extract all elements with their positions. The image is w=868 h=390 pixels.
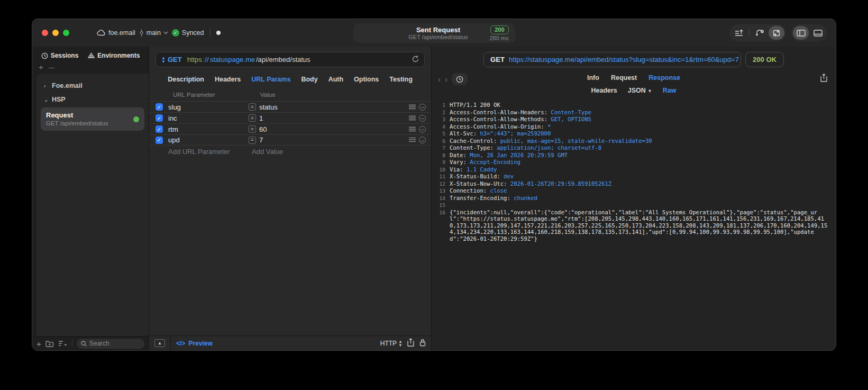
method-stepper-icon[interactable]: ▲▼ [161, 56, 165, 64]
param-value-field[interactable]: status [259, 103, 409, 111]
tree-item-label: Foe.email [52, 82, 83, 89]
title-bar: foe.email main ✓ Synced Sent Request GET… [32, 19, 836, 47]
response-url: https://statuspage.me/api/embed/status?s… [509, 56, 739, 64]
tab-body[interactable]: Body [301, 76, 317, 83]
column-header-value: Value [260, 92, 276, 98]
add-parameter-value-field[interactable]: Add Value [252, 148, 283, 156]
add-parameter-name-field[interactable]: Add URL Parameter [168, 148, 252, 156]
collapse-panel-button[interactable]: ▲ [154, 339, 165, 347]
new-folder-icon[interactable] [45, 340, 54, 347]
url-separator: :// [203, 56, 209, 64]
sidebar-tab-sessions[interactable]: Sessions [41, 52, 79, 59]
response-header-line: Content-Type: application/json; charset=… [450, 144, 830, 152]
history-forward-button[interactable]: › [445, 75, 447, 84]
code-line: 14Transfer-Encoding: chunked [435, 195, 830, 202]
remove-row-icon[interactable]: – [419, 115, 426, 122]
preview-button[interactable]: </> Preview [176, 340, 213, 347]
status-code-badge: 200 [490, 25, 508, 34]
remove-session-button[interactable]: — [49, 62, 54, 71]
param-value-field[interactable]: 7 [259, 136, 409, 144]
row-drag-handle-icon[interactable] [409, 103, 416, 111]
tab-options[interactable]: Options [354, 76, 379, 83]
zoom-window-button[interactable] [63, 30, 69, 36]
tree-item-hsp[interactable]: ⌄ HSP [40, 93, 145, 106]
request-url-bar[interactable]: ▲▼ GET https://statuspage.me/api/embed/s… [156, 52, 425, 67]
code-line: 15 [435, 202, 830, 209]
line-number: 11 [435, 173, 445, 180]
add-parameter-row: Add URL Parameter Add Value [149, 146, 431, 157]
param-checkbox[interactable]: ✓ [156, 125, 163, 133]
header-name: Cache-Control [450, 138, 494, 144]
remove-row-icon[interactable]: – [419, 137, 426, 143]
line-number: 16 [435, 209, 445, 242]
param-name-field[interactable]: upd [168, 136, 249, 144]
add-request-button[interactable]: + [36, 339, 41, 348]
response-tab-request[interactable]: Request [611, 74, 637, 81]
row-drag-handle-icon[interactable] [409, 136, 416, 144]
param-checkbox[interactable]: ✓ [156, 114, 163, 122]
project-switcher[interactable]: foe.email [97, 29, 135, 37]
tab-headers[interactable]: Headers [215, 76, 241, 83]
resend-refresh-icon[interactable] [412, 55, 419, 64]
export-response-icon[interactable] [820, 74, 827, 84]
response-url-pill[interactable]: GET https://statuspage.me/api/embed/stat… [483, 52, 741, 67]
remove-row-icon[interactable]: – [419, 104, 426, 111]
line-number: 13 [435, 187, 445, 195]
subtab-label: JSON [628, 87, 646, 94]
preview-label: Preview [188, 340, 212, 347]
line-number: 15 [435, 202, 445, 209]
response-tab-info[interactable]: Info [587, 74, 599, 81]
tab-description[interactable]: Description [168, 76, 204, 83]
code-line: 12X-Status-Now-Utc: 2026-01-26T20:29:59.… [435, 180, 830, 188]
sidebar-tab-environments[interactable]: Environments [88, 52, 140, 59]
tab-testing[interactable]: Testing [389, 76, 413, 83]
code-line: 5Alt-Svc: h3=":443"; ma=2592000 [435, 130, 830, 138]
window-title-pill[interactable]: Sent Request GET /api/embed/status 200 2… [353, 23, 515, 43]
param-name-field[interactable]: inc [168, 114, 249, 122]
remove-row-icon[interactable]: – [419, 126, 426, 133]
minimize-window-button[interactable] [52, 30, 59, 36]
close-window-button[interactable] [42, 30, 48, 36]
raw-response-view[interactable]: 1HTTP/1.1 200 OK2Access-Control-Allow-He… [432, 98, 836, 350]
param-checkbox[interactable]: ✓ [156, 103, 163, 111]
response-panel: GET https://statuspage.me/api/embed/stat… [432, 47, 836, 350]
chevron-right-icon: › [44, 83, 48, 89]
param-name-field[interactable]: slug [168, 103, 249, 111]
branch-selector[interactable]: main [139, 29, 168, 37]
add-session-button[interactable]: + [39, 62, 43, 71]
subtab-label: Headers [591, 87, 617, 94]
environments-icon [88, 52, 95, 59]
response-subtab-headers[interactable]: Headers [591, 87, 617, 94]
response-tab-response[interactable]: Response [648, 74, 680, 81]
param-name-field[interactable]: rtm [168, 125, 249, 133]
layout-bottombar-icon[interactable] [810, 26, 826, 40]
sync-status[interactable]: ✓ Synced [172, 29, 204, 37]
response-header-line: Date: Mon, 26 Jan 2026 20:29:59 GMT [450, 152, 830, 159]
export-lines-icon[interactable] [731, 26, 747, 40]
history-clock-button[interactable] [452, 73, 468, 85]
param-checkbox[interactable]: ✓ [156, 137, 163, 144]
tree-item-foe-email[interactable]: › Foe.email [40, 79, 145, 93]
sync-transfer-icon[interactable] [769, 26, 784, 40]
param-value-field[interactable]: 1 [259, 114, 409, 122]
lock-icon[interactable] [419, 339, 426, 348]
search-input[interactable]: Search [77, 339, 144, 349]
protocol-selector[interactable]: HTTP ▲▼ [380, 340, 402, 347]
history-back-button[interactable]: ‹ [438, 75, 441, 84]
response-subtab-raw[interactable]: Raw [663, 87, 677, 94]
branch-icon [139, 29, 144, 37]
layout-sidebar-icon[interactable] [793, 26, 809, 40]
row-drag-handle-icon[interactable] [409, 114, 416, 122]
header-value: * [547, 123, 551, 130]
request-method[interactable]: GET [168, 56, 182, 64]
request-list-item-selected[interactable]: Request GET /api/embed/status [41, 107, 144, 131]
param-value-field[interactable]: 60 [259, 125, 409, 133]
row-drag-handle-icon[interactable] [409, 125, 416, 133]
line-number: 6 [435, 138, 445, 145]
share-icon[interactable] [407, 338, 414, 348]
tab-url-params[interactable]: URL Params [251, 76, 290, 83]
tab-auth[interactable]: Auth [328, 76, 343, 83]
response-subtab-json[interactable]: JSON▼ [628, 87, 652, 94]
fork-merge-icon[interactable] [752, 26, 768, 40]
sort-list-icon[interactable] [58, 340, 68, 347]
